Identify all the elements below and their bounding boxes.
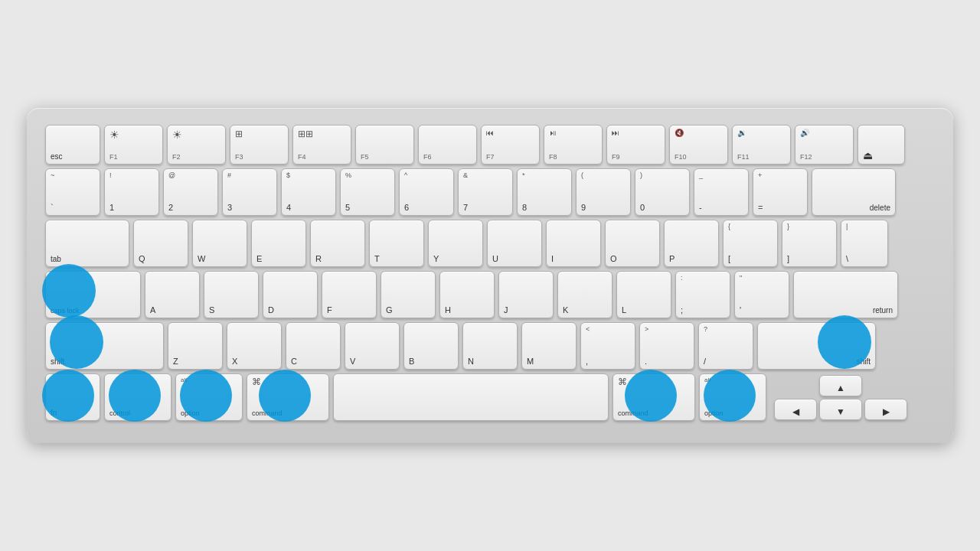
- key-f8[interactable]: ⏯ F8: [544, 125, 603, 165]
- keyboard: esc ☀ F1 ☀ F2 ⊞ F3 ⊞⊞ F4 F5 F6 ⏮ F7 ⏯: [27, 108, 953, 443]
- key-equals[interactable]: + =: [753, 168, 808, 216]
- shift-row: shift Z X C V B N M < , > . ? / shift: [45, 322, 935, 370]
- key-o[interactable]: O: [605, 220, 660, 267]
- key-u[interactable]: U: [487, 220, 542, 267]
- key-c[interactable]: C: [286, 322, 341, 370]
- key-esc[interactable]: esc: [45, 125, 100, 165]
- caps-row: caps lock A S D F G H J K L : ; " ' retu…: [45, 271, 935, 318]
- key-f4[interactable]: ⊞⊞ F4: [292, 125, 351, 165]
- key-7[interactable]: & 7: [458, 168, 513, 216]
- num-row: ~ ` ! 1 @ 2 # 3 $ 4 % 5 ^ 6 & 7: [45, 168, 935, 216]
- key-g[interactable]: G: [381, 271, 436, 318]
- key-t[interactable]: T: [369, 220, 424, 267]
- key-f[interactable]: F: [322, 271, 377, 318]
- key-2[interactable]: @ 2: [163, 168, 218, 216]
- key-i[interactable]: I: [546, 220, 601, 267]
- key-f12[interactable]: 🔊 F12: [795, 125, 854, 165]
- key-y[interactable]: Y: [428, 220, 483, 267]
- key-fn[interactable]: fn: [45, 373, 100, 421]
- key-eject[interactable]: ⏏: [858, 125, 905, 165]
- key-s[interactable]: S: [204, 271, 259, 318]
- key-tab[interactable]: tab: [45, 220, 129, 267]
- key-p[interactable]: P: [664, 220, 719, 267]
- key-shift-right[interactable]: shift: [757, 322, 876, 370]
- bottom-row: fn control alt option ⌘ command ⌘ comman…: [45, 373, 935, 421]
- key-return[interactable]: return: [793, 271, 898, 318]
- key-r[interactable]: R: [310, 220, 365, 267]
- key-f5[interactable]: F5: [355, 125, 414, 165]
- key-j[interactable]: J: [498, 271, 554, 318]
- key-slash[interactable]: ? /: [698, 322, 753, 370]
- key-arrow-down[interactable]: ▼: [819, 399, 862, 420]
- key-control[interactable]: control: [104, 373, 172, 421]
- key-semicolon[interactable]: : ;: [675, 271, 730, 318]
- key-l[interactable]: L: [616, 271, 671, 318]
- key-arrow-right[interactable]: ▶: [864, 399, 907, 420]
- key-q[interactable]: Q: [133, 220, 188, 267]
- key-0[interactable]: ) 0: [635, 168, 690, 216]
- key-delete[interactable]: delete: [812, 168, 896, 216]
- key-option-left[interactable]: alt option: [175, 373, 243, 421]
- key-option-right[interactable]: alt option: [699, 373, 766, 421]
- key-z[interactable]: Z: [168, 322, 223, 370]
- key-arrow-left[interactable]: ◀: [774, 399, 817, 420]
- key-shift-left[interactable]: shift: [45, 322, 164, 370]
- key-f3[interactable]: ⊞ F3: [230, 125, 289, 165]
- key-f10[interactable]: 🔇 F10: [669, 125, 728, 165]
- fn-row: esc ☀ F1 ☀ F2 ⊞ F3 ⊞⊞ F4 F5 F6 ⏮ F7 ⏯: [45, 125, 935, 165]
- key-1[interactable]: ! 1: [104, 168, 159, 216]
- key-w[interactable]: W: [192, 220, 247, 267]
- key-5[interactable]: % 5: [340, 168, 395, 216]
- key-3[interactable]: # 3: [222, 168, 277, 216]
- key-8[interactable]: * 8: [517, 168, 572, 216]
- key-k[interactable]: K: [557, 271, 612, 318]
- key-bracket-right[interactable]: } ]: [782, 220, 837, 267]
- key-f6[interactable]: F6: [418, 125, 477, 165]
- key-backslash[interactable]: | \: [841, 220, 888, 267]
- key-quote[interactable]: " ': [734, 271, 789, 318]
- key-f1[interactable]: ☀ F1: [104, 125, 163, 165]
- key-command-right[interactable]: ⌘ command: [612, 373, 695, 421]
- key-e[interactable]: E: [251, 220, 306, 267]
- key-caps-lock[interactable]: caps lock: [45, 271, 141, 318]
- key-f11[interactable]: 🔉 F11: [732, 125, 791, 165]
- key-4[interactable]: $ 4: [281, 168, 336, 216]
- key-space[interactable]: [333, 373, 609, 421]
- tab-row: tab Q W E R T Y U I O P { [ } ] | \: [45, 220, 935, 267]
- key-d[interactable]: D: [263, 271, 318, 318]
- key-v[interactable]: V: [345, 322, 400, 370]
- key-x[interactable]: X: [227, 322, 282, 370]
- key-6[interactable]: ^ 6: [399, 168, 454, 216]
- key-period[interactable]: > .: [639, 322, 694, 370]
- key-9[interactable]: ( 9: [576, 168, 631, 216]
- key-n[interactable]: N: [462, 322, 518, 370]
- key-comma[interactable]: < ,: [580, 322, 635, 370]
- key-h[interactable]: H: [439, 271, 495, 318]
- key-a[interactable]: A: [145, 271, 200, 318]
- key-tilde[interactable]: ~ `: [45, 168, 100, 216]
- key-command-left[interactable]: ⌘ command: [247, 373, 329, 421]
- key-f9[interactable]: ⏭ F9: [606, 125, 665, 165]
- key-bracket-left[interactable]: { [: [723, 220, 778, 267]
- key-minus[interactable]: _ -: [694, 168, 749, 216]
- key-m[interactable]: M: [521, 322, 577, 370]
- key-b[interactable]: B: [403, 322, 459, 370]
- key-f7[interactable]: ⏮ F7: [481, 125, 540, 165]
- key-arrow-up[interactable]: ▲: [819, 375, 862, 396]
- key-f2[interactable]: ☀ F2: [167, 125, 226, 165]
